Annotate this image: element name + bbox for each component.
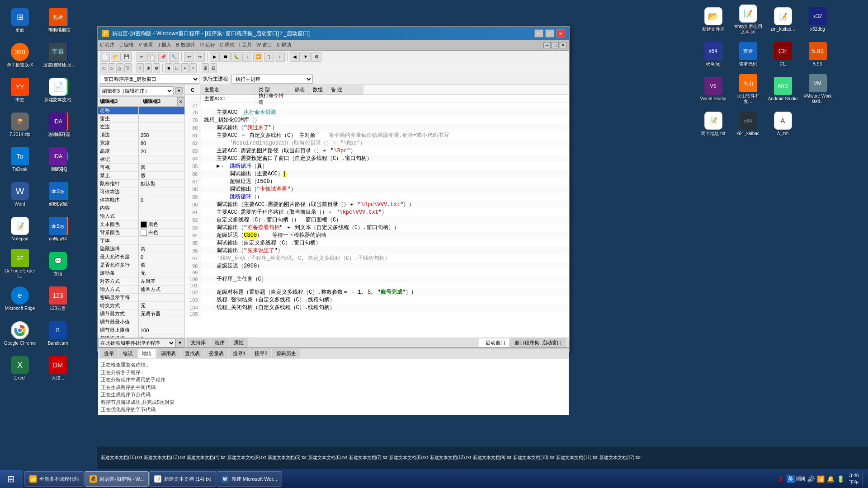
tray-battery[interactable]: 🔋 <box>836 475 844 483</box>
event-btn[interactable]: ▼ <box>175 338 184 347</box>
desktop-icon-biaoti[interactable]: 包标 包标名称 <box>40 4 76 38</box>
tb-redo[interactable]: ↪ <box>195 52 205 62</box>
prop-row-spinmax[interactable]: 调节器上限值 100 <box>98 326 184 334</box>
desktop-icon-dnspy64[interactable]: dnSpy dnSpy64 <box>40 212 76 246</box>
inner-menu-i[interactable]: I 工具 <box>239 42 252 48</box>
prop-row-inputtype[interactable]: 输入方式 通常方式 <box>98 286 184 294</box>
desktop-icon-word[interactable]: W Word <box>2 178 38 211</box>
tb-undo[interactable]: ↩ <box>184 52 194 62</box>
prop-row-left[interactable]: 左边 <box>98 123 184 131</box>
prop-row-fgcolor[interactable]: 文本颜色 黑色 <box>98 221 184 229</box>
btab-var[interactable]: 变量表 <box>205 349 228 358</box>
inner-menu-e[interactable]: E 编辑 <box>119 42 134 48</box>
tray-notify[interactable]: 🔔 <box>826 475 835 483</box>
prop-row-tag[interactable]: 标记 <box>98 155 184 164</box>
btab-search2[interactable]: 接寻2 <box>250 349 271 358</box>
tb-step2[interactable]: ⏩ <box>253 52 263 62</box>
prop-row-align[interactable]: 对齐方式 左对齐 <box>98 277 184 286</box>
tb-format[interactable]: 🔧 <box>169 52 179 62</box>
tb-save[interactable]: 💾 <box>122 52 132 62</box>
prop-row-convert[interactable]: 转换方式 无 <box>98 302 184 310</box>
desktop-icon-bandic[interactable]: B Bandicam <box>40 317 76 351</box>
desktop-icon-ce[interactable]: CE CE <box>766 38 800 71</box>
prop-row-content[interactable]: 内容 <box>98 204 184 212</box>
tray-keyboard[interactable]: ⌨ <box>797 475 805 483</box>
desktop-icon-huoshan[interactable]: 火山 火山软件开发... <box>731 72 765 106</box>
inner-menu-c[interactable]: C 程序 <box>100 42 115 48</box>
btab-search1[interactable]: 搜寻1 <box>229 349 250 358</box>
tray-sound[interactable]: 🔊 <box>807 475 815 483</box>
props-close-btn[interactable]: ✕ <box>177 97 184 106</box>
program-set-dropdown[interactable]: 窗口程序序集_启动窗口 <box>100 75 199 84</box>
tb-stop[interactable]: ⏹ <box>221 52 231 62</box>
desktop-icon-593[interactable]: 5.93 5.93 <box>801 38 835 71</box>
btab-history[interactable]: 剪辑历史 <box>272 349 300 358</box>
inner-minimize[interactable]: ─ <box>543 42 551 48</box>
desktop-icon-zip[interactable]: 📦 7.2014.zip <box>2 108 38 142</box>
desktop-icon-mhsy[interactable]: 📝 mhsy加密使用文本.txt <box>731 3 765 37</box>
tab-startup-window[interactable]: _启动窗口 <box>479 338 509 347</box>
desktop-icon-x32dbg[interactable]: x32 x32dbg <box>801 3 835 37</box>
btab-find[interactable]: 查找表 <box>181 349 204 358</box>
tb-step[interactable]: ↓ <box>242 52 252 62</box>
tb2-btn4[interactable]: ▽ <box>124 63 132 73</box>
tab-properties[interactable]: 属性 <box>230 338 248 347</box>
tray-sougou[interactable]: S <box>777 475 785 483</box>
inner-menu-w[interactable]: W 窗口 <box>256 42 272 48</box>
inner-menu-r[interactable]: R 运行 <box>200 42 215 48</box>
desktop-icon-chakan[interactable]: 查看 查看代码 <box>731 38 765 71</box>
desktop-icon-zm[interactable]: 📝 zm_kaifab... <box>766 3 800 37</box>
inner-menu-c2[interactable]: C 调试 <box>220 42 235 48</box>
desktop-icon-2dz[interactable]: 📝 两个地址.txt <box>696 107 730 141</box>
taskbar-app-txt14[interactable]: 📝 新建文本文档 (14).txt <box>149 471 216 487</box>
prop-row-hidesel[interactable]: 隐藏选择 真 <box>98 245 184 253</box>
prop-row-spinmin[interactable]: 调节器最小值 <box>98 318 184 326</box>
tb2-btn13[interactable]: ⊟ <box>210 63 217 73</box>
desktop-icon-newfile[interactable]: 📂 新建文件夹 <box>696 3 730 37</box>
taskbar-app-explorer[interactable]: 📁 全新多本课程代码 <box>24 471 84 487</box>
inner-menu-b[interactable]: B 数据库 <box>176 42 195 48</box>
tb-step3[interactable]: ⤵ <box>264 52 274 62</box>
desktop-icon-chrome[interactable]: Google Chrome <box>2 317 38 351</box>
prop-row-scrollbar[interactable]: 滚动条 无 <box>98 269 184 277</box>
tab-window-set[interactable]: 窗口程序集_启动窗口 <box>510 338 566 347</box>
prop-row-dockorder[interactable]: 停靠顺序 0 <box>98 196 184 204</box>
desktop-icon-yy[interactable]: YY 书签 <box>2 73 38 107</box>
tray-ime[interactable]: 英 <box>787 475 795 483</box>
taskbar-clock[interactable]: 3:46 下午 <box>846 472 859 486</box>
tb2-btn3[interactable]: △ <box>116 63 123 73</box>
tb2-btn8[interactable]: ■ <box>165 63 172 73</box>
desktop-icon-x64dbg[interactable]: x64 x64dbg <box>696 38 730 71</box>
show-desktop-btn[interactable] <box>863 471 864 487</box>
prop-row-top[interactable]: 顶边 258 <box>98 131 184 139</box>
tab-support[interactable]: 支持库 <box>187 338 210 347</box>
prop-row-parent[interactable]: 窗生 <box>98 115 184 123</box>
prop-row-disabled[interactable]: 禁止 假 <box>98 172 184 180</box>
proc-dropdown[interactable]: 执行主进程 <box>231 75 313 84</box>
tb2-btn7[interactable]: ⊗ <box>153 63 160 73</box>
desktop-icon-dnspy32[interactable]: dnSpy dnSpy32 <box>40 178 76 211</box>
tb-misc3[interactable]: ⚙ <box>311 52 321 62</box>
desktop-icon-zimu[interactable]: 字幕 自定BTL <box>40 38 76 72</box>
prop-row-width[interactable]: 宽度 80 <box>98 139 184 147</box>
desktop-icon-android[interactable]: AND Android Studio <box>766 72 800 106</box>
inner-close[interactable]: ✕ <box>560 42 567 48</box>
tb2-btn6[interactable]: ⊕ <box>145 63 152 73</box>
prop-row-bgcolor[interactable]: 背景颜色 白色 <box>98 229 184 237</box>
desktop-icon-dm[interactable]: DM 大漠... <box>40 352 76 385</box>
desktop-icon-ida32[interactable]: IDA ida32 <box>40 108 76 142</box>
tb2-btn9[interactable]: □ <box>173 63 180 73</box>
btab-output[interactable]: 输出 <box>138 349 156 358</box>
prop-row-multiline[interactable]: 是否允许多行 假 <box>98 261 184 269</box>
desktop-icon-xjwj[interactable]: 📄 新建文本文档 <box>40 73 76 107</box>
prop-row-spinner[interactable]: 调节器方式 无调节器 <box>98 310 184 318</box>
desktop-icon-ida64[interactable]: IDA ida64 <box>40 143 76 177</box>
tb2-btn12[interactable]: ⊞ <box>202 63 209 73</box>
tb-new[interactable]: 📄 <box>100 52 110 62</box>
inner-maximize[interactable]: □ <box>552 42 559 48</box>
desktop-icon-x64kai[interactable]: x64 x64_kaibac <box>731 107 765 141</box>
desktop-icon-excel[interactable]: X Excel <box>2 352 38 385</box>
prop-row-pwdchar[interactable]: 密码显示字符 <box>98 294 184 302</box>
taskbar-app-word[interactable]: W 新建 Microsoft Wor... <box>217 471 282 487</box>
btab-hint[interactable]: 提示 <box>100 349 118 358</box>
